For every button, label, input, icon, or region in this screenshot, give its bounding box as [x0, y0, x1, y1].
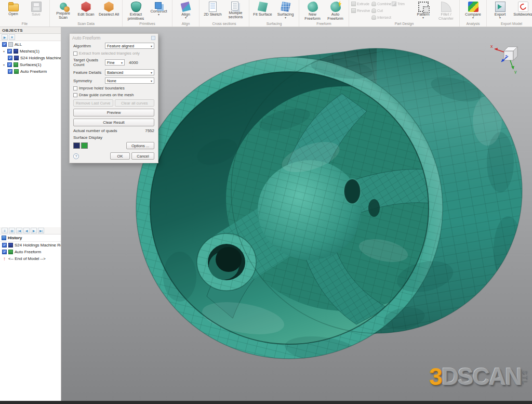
ribbon-button-trim[interactable]: Trim [392, 1, 411, 7]
preview-button[interactable]: Preview [73, 109, 154, 116]
ribbon-group-cross-sections: 2D SketchMultiple sectionsCross sections [200, 0, 249, 27]
axis-triad[interactable]: x y z [489, 41, 524, 74]
history-toolbar-button-1[interactable]: ▤ [9, 228, 15, 233]
history-toolbar-button-4[interactable]: ▶ [31, 228, 37, 233]
ribbon-button-multiple-sections[interactable]: Multiple sections [224, 1, 247, 21]
clear-all-curves-button[interactable]: Clear all curves [115, 99, 155, 107]
tree-item-label: Auto Freeform [20, 69, 47, 74]
history-title: History [8, 236, 22, 240]
checkbox[interactable]: ✓ [7, 49, 12, 54]
ribbon-button-auto-freeform[interactable]: Auto Freeform [324, 1, 347, 21]
ribbon-button-pattern[interactable]: Pattern▾ [412, 1, 434, 21]
tree-item-auto-freeform[interactable]: ✓Auto Freeform [0, 68, 61, 75]
checkbox[interactable]: ✓ [2, 42, 7, 47]
feature-details-select[interactable]: Balanced ▾ [105, 69, 154, 75]
tree-expander-icon[interactable]: ▾ [2, 49, 6, 53]
quads-count-value[interactable]: 4000 [129, 60, 138, 65]
surface-color-swatch-mesh[interactable] [73, 142, 80, 149]
dropdown-arrow-icon: ▾ [158, 14, 159, 16]
ribbon-button-revolve[interactable]: Revolve [351, 7, 371, 14]
tree-item-surfaces-1[interactable]: ▾✓Surfaces(1) [0, 61, 61, 68]
chevron-down-icon: ▾ [151, 71, 152, 74]
checkbox[interactable]: ✓ [8, 69, 12, 74]
ribbon-button-save[interactable]: Save [25, 1, 47, 21]
edit-scan-icon [81, 2, 91, 12]
extrude-icon [351, 2, 356, 6]
history-toolbar-button-0[interactable]: ≡ [2, 228, 8, 233]
ribbon-button-solidworks[interactable]: Solidworks [512, 1, 532, 21]
algorithm-select[interactable]: Feature aligned ▾ [105, 43, 154, 49]
surface-color-swatch-surface[interactable] [81, 142, 88, 149]
checkbox[interactable]: ✓ [8, 56, 12, 60]
improve-holes-checkbox[interactable] [73, 86, 77, 90]
ribbon-group-align: Align▾Align [172, 0, 200, 27]
ribbon-button-new-freeform[interactable]: New Freeform [301, 1, 324, 21]
actual-quads-value: 7552 [145, 128, 154, 133]
history-toolbar-button-5[interactable]: ▶| [38, 228, 44, 233]
history-toolbar: ≡▤|◀◀▶▶| [0, 227, 61, 234]
history-panel: ≡▤|◀◀▶▶| History ✓S24 Holdings Machine R… [0, 227, 61, 262]
help-button[interactable]: ? [73, 153, 79, 159]
cancel-button[interactable]: Cancel [131, 152, 154, 160]
history-icon [2, 236, 6, 240]
ribbon-group-label: File [2, 22, 47, 27]
remove-last-curve-button[interactable]: Remove Last Curve [73, 99, 113, 107]
history-toolbar-button-3[interactable]: ◀ [23, 228, 30, 233]
checkbox[interactable]: ✓ [2, 243, 7, 247]
quads-count-mode: Fine [107, 60, 115, 65]
ribbon-button-cut[interactable]: Cut [371, 7, 391, 14]
ribbon-button-extrude[interactable]: Extrude [351, 1, 371, 7]
ribbon-button-2d-sketch[interactable]: 2D Sketch [202, 1, 224, 21]
history-item-label: <-- End of Model --> [8, 256, 46, 261]
tree-expander-icon[interactable]: ▾ [2, 63, 6, 67]
ok-button[interactable]: OK [110, 152, 130, 160]
filter-button[interactable]: ▼ [9, 34, 15, 40]
multiple-sections-icon [231, 2, 238, 10]
ribbon-button-fit-surface[interactable]: Fit Surface [251, 1, 274, 21]
ribbon-button-deselect-all[interactable]: Deselect All [98, 1, 120, 21]
ribbon-button-open[interactable]: Open [2, 1, 24, 21]
tree-item-meshes-1[interactable]: ▾✓Meshes(1) [0, 48, 61, 55]
draw-guides-label: Draw guide curves on the mesh [79, 93, 134, 97]
tree-item-label: Surfaces(1) [20, 62, 41, 67]
ribbon-button-edit-scan[interactable]: Edit Scan [75, 1, 97, 21]
ribbon-button-intersect[interactable]: Intersect [371, 14, 391, 21]
ribbon-group-surfacing: Fit SurfaceSurfacing▾Surfacing [249, 0, 299, 27]
checkbox[interactable]: ✓ [7, 62, 12, 67]
ribbon-button-construct[interactable]: Construct▾ [148, 1, 170, 21]
history-item-end-of-model[interactable]: ↑<-- End of Model --> [0, 255, 61, 262]
symmetry-select[interactable]: None ▾ [105, 77, 154, 84]
ribbon-button-extract-primitives[interactable]: Extract primitives [125, 1, 147, 21]
watermark-stl: STL [522, 370, 528, 385]
ribbon-button-align[interactable]: Align▾ [175, 1, 197, 21]
tree-item-s24-holdings-machine[interactable]: ✓S24 Holdings Machine [0, 55, 61, 61]
surface-icon [8, 250, 13, 254]
dialog-pin-button[interactable] [151, 36, 155, 40]
ribbon-button-compare[interactable]: Compare▾ [462, 1, 484, 21]
tree-item-all[interactable]: ✓ ALL [0, 41, 61, 48]
options-button[interactable]: Options ... [126, 142, 154, 149]
draw-guides-checkbox[interactable] [73, 93, 77, 97]
algorithm-label: Algorithm [73, 44, 103, 48]
ribbon-button-fillet-chamfer[interactable]: Fillet / Chamfer [435, 1, 457, 21]
ribbon-button-combine[interactable]: Combine [371, 1, 391, 7]
checkbox[interactable]: ✓ [2, 250, 7, 254]
ribbon-button-export[interactable]: Export▾ [489, 1, 511, 21]
history-toolbar-button-2[interactable]: |◀ [16, 228, 22, 233]
expand-tree-button[interactable]: ▶ [2, 34, 8, 40]
ribbon-button-label: Cut [377, 9, 383, 12]
axis-x-label: x [490, 44, 493, 49]
clear-result-button[interactable]: Clear Result [73, 119, 154, 126]
history-item-label: Auto Freeform [15, 250, 41, 254]
ribbon-group-freeform: New FreeformAuto FreeformFreeform [299, 0, 349, 27]
history-item-auto-freeform[interactable]: ✓Auto Freeform [0, 249, 61, 255]
ribbon-button-prepare-scan[interactable]: Prepare Scan [52, 1, 74, 21]
history-item-s24-holdings-machine-ro[interactable]: ✓S24 Holdings Machine Ro [0, 242, 61, 249]
extract-triangles-checkbox[interactable] [73, 51, 77, 56]
quads-count-select[interactable]: Fine ▾ [105, 59, 125, 66]
watermark-3: 3 [429, 366, 442, 387]
ribbon-button-surfacing[interactable]: Surfacing▾ [274, 1, 297, 21]
symmetry-value: None [107, 79, 116, 83]
feature-details-value: Balanced [107, 70, 123, 75]
ribbon-button-label: Open [8, 12, 18, 16]
